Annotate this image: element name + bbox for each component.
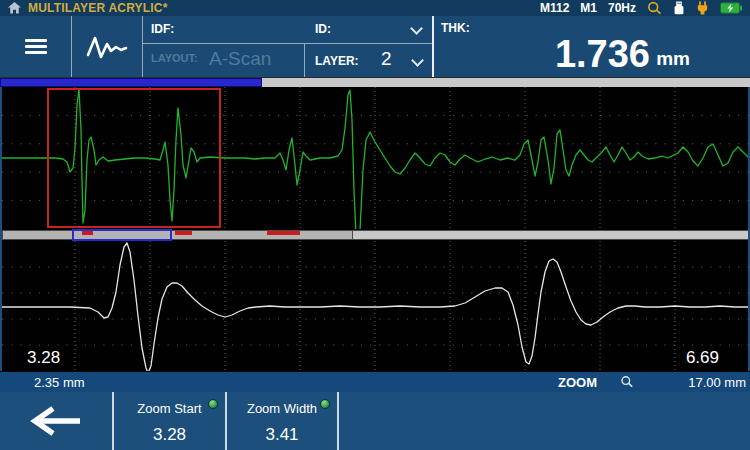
scroll-fill[interactable] bbox=[0, 78, 262, 87]
zoom-end-readout: 6.69 bbox=[686, 348, 719, 368]
waveform-icon bbox=[86, 34, 128, 60]
zoom-width-button[interactable]: Zoom Width 3.41 bbox=[225, 392, 337, 450]
gate-marker bbox=[82, 231, 93, 235]
status-rate: 70Hz bbox=[608, 1, 636, 15]
back-button[interactable] bbox=[28, 406, 84, 436]
ascan-zoom-plot bbox=[0, 241, 750, 371]
gate-marker bbox=[175, 231, 192, 235]
idf-label: IDF: bbox=[151, 22, 174, 36]
ascan-full-plot bbox=[0, 87, 750, 229]
thickness-readout: THK: 1.736 mm bbox=[432, 16, 750, 77]
layout-label: LAYOUT: bbox=[151, 52, 198, 64]
range-min-label: 2.35 mm bbox=[34, 375, 85, 390]
plot-frame-left bbox=[0, 87, 2, 371]
magnifier-icon bbox=[647, 1, 662, 15]
status-model: M112 bbox=[540, 1, 569, 15]
home-icon[interactable] bbox=[8, 2, 21, 14]
header: IDF: ID: LAYOUT: A-Scan LAYER: 2 THK: 1.… bbox=[0, 16, 750, 77]
overview-bar[interactable] bbox=[0, 229, 750, 241]
thk-value: 1.736 bbox=[555, 35, 650, 73]
active-led-icon bbox=[208, 399, 218, 409]
menu-button[interactable] bbox=[0, 16, 72, 77]
toolbar-divider bbox=[337, 392, 339, 450]
status-indicators: M112 M1 70Hz bbox=[540, 1, 742, 15]
thk-label: THK: bbox=[441, 21, 470, 35]
ascan-zoom-view[interactable]: 3.28 6.69 bbox=[0, 241, 750, 371]
titlebar: MULTILAYER ACRYLIC* M112 M1 70Hz bbox=[0, 0, 750, 16]
layer-selector[interactable]: LAYER: 2 bbox=[305, 44, 432, 77]
active-led-icon bbox=[320, 399, 330, 409]
usb-icon bbox=[673, 1, 685, 15]
range-scrollbar[interactable] bbox=[0, 77, 750, 87]
range-max-label: 17.00 mm bbox=[688, 375, 746, 390]
file-title: MULTILAYER ACRYLIC* bbox=[28, 1, 168, 15]
battery-charging-icon bbox=[720, 2, 742, 14]
overview-track-extended bbox=[353, 230, 750, 240]
status-mode: M1 bbox=[580, 1, 597, 15]
zoom-start-readout: 3.28 bbox=[27, 348, 60, 368]
scale-bar: 2.35 mm ZOOM 17.00 mm bbox=[0, 371, 750, 392]
layout-selector[interactable]: LAYOUT: A-Scan bbox=[143, 44, 305, 77]
zoom-start-button[interactable]: Zoom Start 3.28 bbox=[112, 392, 225, 450]
power-plug-icon bbox=[696, 1, 709, 15]
chevron-down-icon[interactable] bbox=[411, 54, 424, 67]
zoom-magnifier-icon bbox=[620, 375, 634, 389]
hamburger-icon bbox=[25, 36, 47, 57]
bottom-toolbar: Zoom Start 3.28 Zoom Width 3.41 bbox=[0, 392, 750, 450]
thk-unit: mm bbox=[656, 48, 690, 70]
zoom-width-value: 3.41 bbox=[227, 425, 337, 445]
layer-value: 2 bbox=[381, 48, 392, 70]
zoom-start-value: 3.28 bbox=[114, 425, 225, 445]
layer-label: LAYER: bbox=[315, 54, 359, 68]
header-id-group: IDF: ID: LAYOUT: A-Scan LAYER: 2 bbox=[143, 16, 432, 77]
ascan-full-view[interactable] bbox=[0, 87, 750, 229]
zoom-mode-label: ZOOM bbox=[558, 375, 597, 390]
id-label: ID: bbox=[315, 22, 331, 36]
id-row[interactable]: IDF: ID: bbox=[143, 16, 432, 44]
gate-marker bbox=[267, 231, 300, 235]
device-screen: MULTILAYER ACRYLIC* M112 M1 70Hz bbox=[0, 0, 750, 450]
chevron-down-icon[interactable] bbox=[410, 22, 423, 35]
ascan-display-button[interactable] bbox=[72, 16, 143, 77]
layout-value: A-Scan bbox=[209, 48, 271, 70]
